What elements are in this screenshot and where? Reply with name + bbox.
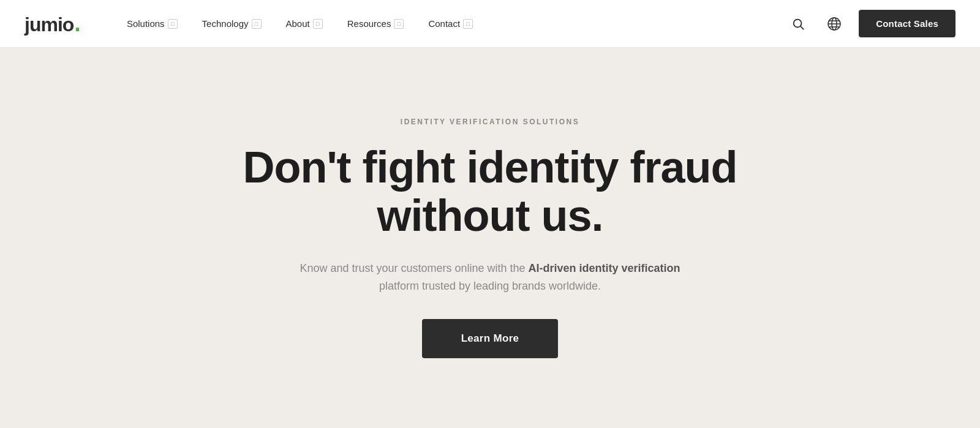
chevron-down-icon: □: [394, 19, 404, 29]
chevron-down-icon: □: [463, 19, 473, 29]
hero-headline: Don't fight identity fraud without us.: [227, 143, 753, 240]
globe-icon: [827, 17, 842, 31]
contact-sales-button[interactable]: Contact Sales: [859, 10, 956, 37]
search-icon: [791, 17, 805, 31]
chevron-down-icon: □: [313, 19, 323, 29]
nav-item-solutions[interactable]: Solutions □: [117, 13, 187, 34]
logo[interactable]: jumio.: [24, 12, 80, 36]
language-button[interactable]: [822, 12, 846, 36]
logo-text: jumio.: [24, 12, 80, 36]
chevron-down-icon: □: [168, 19, 178, 29]
nav-item-technology[interactable]: Technology □: [192, 13, 271, 34]
nav-item-resources[interactable]: Resources □: [337, 13, 414, 34]
main-nav: Solutions □ Technology □ About □ Resourc…: [117, 13, 786, 34]
svg-point-0: [794, 19, 802, 27]
learn-more-button[interactable]: Learn More: [422, 319, 559, 358]
logo-dot: .: [74, 10, 80, 36]
chevron-down-icon: □: [252, 19, 262, 29]
hero-subtext: Know and trust your customers online wit…: [294, 260, 686, 295]
hero-eyebrow: IDENTITY VERIFICATION SOLUTIONS: [401, 118, 579, 126]
header-actions: Contact Sales: [786, 10, 956, 37]
nav-item-about[interactable]: About □: [276, 13, 333, 34]
nav-item-contact[interactable]: Contact □: [418, 13, 483, 34]
search-button[interactable]: [786, 12, 810, 36]
site-header: jumio. Solutions □ Technology □ About □ …: [0, 0, 980, 48]
hero-section: IDENTITY VERIFICATION SOLUTIONS Don't fi…: [0, 48, 980, 428]
svg-line-1: [801, 26, 804, 29]
